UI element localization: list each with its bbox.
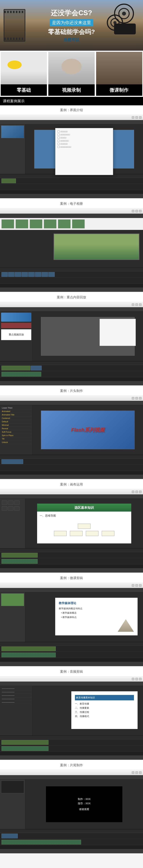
feature-label-2: 微课制作 <box>96 84 142 96</box>
case-title: 案例：片头制作 <box>0 386 143 396</box>
bullet: • 教学媒体概念 <box>61 611 134 615</box>
panel-item: Tilt <box>1 437 31 441</box>
credit-line: 谢谢观看 <box>79 808 89 811</box>
panel-item: Animated <box>1 410 31 413</box>
case-title: 案例：重点内容回放 <box>0 292 143 302</box>
case-block: 案例：微课剪辑 教学媒体理论 教学媒体的概念与特点 • 教学媒体概念 • 教学媒… <box>0 573 143 666</box>
credit-line: 指导：XXX <box>78 802 90 805</box>
min-icon <box>132 116 134 119</box>
screenshot-ui: 选区基本知识 一、思维导图 <box>0 489 143 572</box>
slide-title: 教学媒体理论 <box>59 601 134 605</box>
panel-item: Animated Title <box>1 413 31 416</box>
panel-item: Soft Focus <box>1 430 31 434</box>
menu-bar <box>0 120 143 124</box>
panel-item: Minimal <box>1 424 31 427</box>
panel-item: Centered <box>1 416 31 420</box>
slide-canvas: 选区基本知识 一、思维导图 <box>37 504 131 543</box>
feature-card-0: 零基础 <box>1 52 47 96</box>
hero-line1-prefix: 还没学会 <box>51 9 78 17</box>
screenshot-ui: 教学媒体理论 教学媒体的概念与特点 • 教学媒体概念 • 教学媒体特点 <box>0 583 143 666</box>
thumb <box>1 125 24 138</box>
panel-item: Unlock <box>1 441 31 444</box>
case-title: 案例：片尾制作 <box>0 761 143 770</box>
case-block: 案例：界面介绍 □□□□□□ □□□□□□□□ □□□□□ □□□□□□□ □□… <box>0 105 143 198</box>
end-canvas: 制作：XXX 指导：XXX 谢谢观看 <box>46 786 122 822</box>
case-title: 案例：画布运用 <box>0 480 143 489</box>
panel-item: Lower Third <box>1 406 31 410</box>
bullet: • 教学媒体特点 <box>61 616 134 619</box>
slide-title: 选区基本知识 <box>37 504 131 512</box>
slide-canvas: 教学媒体理论 教学媒体的概念与特点 • 教学媒体概念 • 教学媒体特点 <box>55 598 138 636</box>
hero-banner: 还没学会CS? 是因为你还没来这里 零基础能学会吗? 当然可以 <box>0 0 143 51</box>
window-titlebar <box>0 209 143 214</box>
panel-item: Spin in Place <box>1 434 31 437</box>
clip-bin <box>0 779 25 829</box>
slide-title: 教育传播基本知识 <box>75 695 134 701</box>
screenshot-ui: □□□□□□ □□□□□□□□ □□□□□ □□□□□□□ □□□□□□ □□□… <box>0 115 143 198</box>
screenshot-ui: 制作：XXX 指导：XXX 谢谢观看 <box>0 770 143 853</box>
panel-item: Default <box>1 420 31 424</box>
feature-row: 零基础 视频录制 微课制作 <box>0 51 143 97</box>
clip-bin <box>0 592 25 642</box>
hero-line2: 是因为你还没来这里 <box>50 19 93 26</box>
item: 三、传播过程 <box>75 711 134 714</box>
hero-line1-cs: CS <box>78 9 88 17</box>
replay-label: 重点视频回放 <box>1 329 31 340</box>
hero-line1-suffix: ? <box>88 9 92 17</box>
timeline <box>0 174 143 194</box>
screenshot-ui: ───────── ───────── ───────── ───────── … <box>0 677 143 760</box>
flash-canvas: Flash系列视频 <box>41 410 135 449</box>
close-icon <box>139 116 142 119</box>
preview-area: □□□□□□ □□□□□□□□ □□□□□ □□□□□□□ □□□□□□ □□□… <box>25 124 143 174</box>
credit-line: 制作：XXX <box>78 798 90 801</box>
item: 四、传播模式 <box>75 715 134 718</box>
case-block: 案例：片尾制作 制作：XXX 指导：XXX 谢谢观看 <box>0 761 143 853</box>
feature-label-0: 零基础 <box>1 84 47 96</box>
diagram-tree <box>37 520 131 539</box>
timeline <box>0 268 143 287</box>
settings-dialog: □□□□□□ □□□□□□□□ □□□□□ □□□□□□□ □□□□□□ □□□… <box>55 128 113 175</box>
feature-label-1: 视频录制 <box>48 84 94 96</box>
case-block: 案例：电子相册 <box>0 199 143 292</box>
hero-line1: 还没学会CS? <box>51 8 92 18</box>
hero-text: 还没学会CS? 是因为你还没来这里 零基础能学会吗? 当然可以 <box>0 0 143 51</box>
bullet: 教学媒体的概念与特点 <box>59 607 134 610</box>
section-title: 课程案例展示 <box>0 97 143 105</box>
case-title: 案例：音频剪辑 <box>0 667 143 677</box>
case-block: 案例：音频剪辑 ───────── ───────── ───────── ──… <box>0 667 143 760</box>
case-block: 案例：重点内容回放 重点视频回放 <box>0 292 143 385</box>
callout-panel: 重点视频回放 <box>0 312 33 361</box>
case-block: 案例：片头制作 Lower Third Animated Animated Ti… <box>0 386 143 479</box>
library-panel: Lower Third Animated Animated Title Cent… <box>0 405 33 455</box>
case-title: 案例：电子相册 <box>0 199 143 209</box>
case-title: 案例：微课剪辑 <box>0 573 143 583</box>
feature-image-0 <box>1 52 47 84</box>
screenshot-ui: Lower Third Animated Animated Title Cent… <box>0 396 143 479</box>
clip-bin <box>0 499 25 548</box>
case-block: 案例：画布运用 选区基本知识 一、思维导图 <box>0 480 143 572</box>
preview-canvas <box>41 317 135 356</box>
item: 一、教育传播 <box>75 702 134 706</box>
audio-panel: ───────── ───────── ───────── ───────── … <box>0 686 33 736</box>
clip-bin <box>0 124 25 174</box>
flash-text: Flash系列视频 <box>71 427 105 433</box>
feature-image-2 <box>96 52 142 84</box>
status-bar <box>0 194 143 198</box>
slide-subtitle: 一、思维导图 <box>37 512 131 520</box>
feature-card-1: 视频录制 <box>48 52 94 96</box>
window-titlebar <box>0 115 143 120</box>
album-preview <box>54 234 139 260</box>
case-title: 案例：界面介绍 <box>0 105 143 115</box>
screenshot-ui <box>0 209 143 292</box>
feature-image-1 <box>48 52 94 84</box>
max-icon <box>135 116 138 119</box>
hero-line4: 当然可以 <box>63 37 80 42</box>
album-thumbs <box>0 218 143 230</box>
hero-line3: 零基础能学会吗? <box>48 28 95 36</box>
slide-canvas: 教育传播基本知识 一、教育传播 二、传播要素 三、传播过程 四、传播模式 <box>71 691 138 729</box>
panel-item: Reveal <box>1 427 31 430</box>
screenshot-ui: 重点视频回放 <box>0 302 143 385</box>
feature-card-2: 微课制作 <box>96 52 142 96</box>
item: 二、传播要素 <box>75 706 134 710</box>
